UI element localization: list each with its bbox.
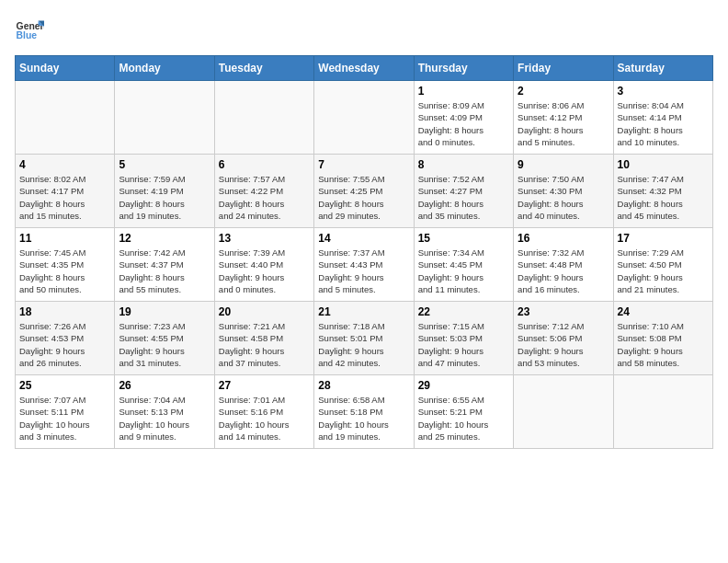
calendar-cell	[214, 81, 313, 155]
calendar-cell: 27Sunrise: 7:01 AM Sunset: 5:16 PM Dayli…	[214, 375, 313, 449]
calendar-cell: 18Sunrise: 7:26 AM Sunset: 4:53 PM Dayli…	[16, 302, 115, 375]
calendar-cell: 28Sunrise: 6:58 AM Sunset: 5:18 PM Dayli…	[314, 375, 414, 449]
day-number: 8	[418, 158, 509, 171]
calendar-week-row: 18Sunrise: 7:26 AM Sunset: 4:53 PM Dayli…	[16, 302, 713, 375]
day-info: Sunrise: 7:45 AM Sunset: 4:35 PM Dayligh…	[19, 247, 110, 295]
calendar-table: SundayMondayTuesdayWednesdayThursdayFrid…	[15, 55, 713, 449]
day-number: 27	[219, 379, 310, 392]
calendar-cell: 22Sunrise: 7:15 AM Sunset: 5:03 PM Dayli…	[414, 302, 513, 375]
calendar-cell: 1Sunrise: 8:09 AM Sunset: 4:09 PM Daylig…	[414, 81, 513, 155]
calendar-cell: 7Sunrise: 7:55 AM Sunset: 4:25 PM Daylig…	[314, 155, 414, 228]
weekday-header-tuesday: Tuesday	[214, 56, 313, 81]
day-info: Sunrise: 7:07 AM Sunset: 5:11 PM Dayligh…	[19, 394, 110, 442]
day-info: Sunrise: 7:37 AM Sunset: 4:43 PM Dayligh…	[318, 247, 409, 295]
svg-text:Blue: Blue	[17, 30, 38, 40]
calendar-week-row: 25Sunrise: 7:07 AM Sunset: 5:11 PM Dayli…	[16, 375, 713, 449]
day-info: Sunrise: 7:10 AM Sunset: 5:08 PM Dayligh…	[618, 320, 709, 369]
day-number: 9	[518, 158, 609, 171]
day-info: Sunrise: 8:04 AM Sunset: 4:14 PM Dayligh…	[618, 99, 709, 148]
day-number: 16	[518, 232, 609, 245]
calendar-cell: 17Sunrise: 7:29 AM Sunset: 4:50 PM Dayli…	[613, 228, 712, 302]
day-number: 24	[618, 305, 709, 318]
day-info: Sunrise: 7:39 AM Sunset: 4:40 PM Dayligh…	[219, 247, 310, 295]
day-info: Sunrise: 7:59 AM Sunset: 4:19 PM Dayligh…	[119, 173, 210, 222]
day-number: 23	[518, 305, 609, 318]
day-info: Sunrise: 8:06 AM Sunset: 4:12 PM Dayligh…	[518, 99, 609, 148]
logo-icon: General Blue	[15, 15, 44, 44]
day-number: 29	[418, 379, 509, 392]
day-number: 4	[19, 158, 110, 171]
calendar-cell: 4Sunrise: 8:02 AM Sunset: 4:17 PM Daylig…	[16, 155, 115, 228]
calendar-cell: 6Sunrise: 7:57 AM Sunset: 4:22 PM Daylig…	[214, 155, 313, 228]
calendar-cell: 20Sunrise: 7:21 AM Sunset: 4:58 PM Dayli…	[214, 302, 313, 375]
day-info: Sunrise: 8:02 AM Sunset: 4:17 PM Dayligh…	[19, 173, 110, 222]
weekday-header-thursday: Thursday	[414, 56, 513, 81]
weekday-header-saturday: Saturday	[613, 56, 712, 81]
calendar-cell: 19Sunrise: 7:23 AM Sunset: 4:55 PM Dayli…	[115, 302, 214, 375]
day-number: 11	[19, 232, 110, 245]
day-number: 14	[318, 232, 409, 245]
day-info: Sunrise: 8:09 AM Sunset: 4:09 PM Dayligh…	[418, 99, 509, 148]
day-info: Sunrise: 7:15 AM Sunset: 5:03 PM Dayligh…	[418, 320, 509, 369]
page-header: General Blue	[15, 15, 713, 44]
day-info: Sunrise: 7:47 AM Sunset: 4:32 PM Dayligh…	[618, 173, 709, 222]
day-number: 15	[418, 232, 509, 245]
day-info: Sunrise: 6:58 AM Sunset: 5:18 PM Dayligh…	[318, 394, 409, 442]
calendar-cell: 21Sunrise: 7:18 AM Sunset: 5:01 PM Dayli…	[314, 302, 414, 375]
weekday-header-friday: Friday	[514, 56, 613, 81]
day-info: Sunrise: 7:01 AM Sunset: 5:16 PM Dayligh…	[219, 394, 310, 442]
calendar-cell: 3Sunrise: 8:04 AM Sunset: 4:14 PM Daylig…	[613, 81, 712, 155]
day-number: 10	[618, 158, 709, 171]
weekday-header-row: SundayMondayTuesdayWednesdayThursdayFrid…	[16, 56, 713, 81]
day-number: 19	[119, 305, 210, 318]
calendar-cell: 26Sunrise: 7:04 AM Sunset: 5:13 PM Dayli…	[115, 375, 214, 449]
day-number: 7	[318, 158, 409, 171]
day-number: 13	[219, 232, 310, 245]
day-number: 12	[119, 232, 210, 245]
calendar-cell: 29Sunrise: 6:55 AM Sunset: 5:21 PM Dayli…	[414, 375, 513, 449]
day-info: Sunrise: 7:50 AM Sunset: 4:30 PM Dayligh…	[518, 173, 609, 222]
calendar-cell	[613, 375, 712, 449]
day-info: Sunrise: 7:57 AM Sunset: 4:22 PM Dayligh…	[219, 173, 310, 222]
calendar-cell: 8Sunrise: 7:52 AM Sunset: 4:27 PM Daylig…	[414, 155, 513, 228]
calendar-cell	[514, 375, 613, 449]
day-info: Sunrise: 7:04 AM Sunset: 5:13 PM Dayligh…	[119, 394, 210, 442]
calendar-cell: 23Sunrise: 7:12 AM Sunset: 5:06 PM Dayli…	[514, 302, 613, 375]
day-info: Sunrise: 7:12 AM Sunset: 5:06 PM Dayligh…	[518, 320, 609, 369]
calendar-cell: 24Sunrise: 7:10 AM Sunset: 5:08 PM Dayli…	[613, 302, 712, 375]
calendar-cell: 10Sunrise: 7:47 AM Sunset: 4:32 PM Dayli…	[613, 155, 712, 228]
calendar-cell: 25Sunrise: 7:07 AM Sunset: 5:11 PM Dayli…	[16, 375, 115, 449]
calendar-cell: 12Sunrise: 7:42 AM Sunset: 4:37 PM Dayli…	[115, 228, 214, 302]
calendar-cell	[115, 81, 214, 155]
calendar-cell: 15Sunrise: 7:34 AM Sunset: 4:45 PM Dayli…	[414, 228, 513, 302]
day-number: 20	[219, 305, 310, 318]
calendar-cell: 16Sunrise: 7:32 AM Sunset: 4:48 PM Dayli…	[514, 228, 613, 302]
day-number: 5	[119, 158, 210, 171]
calendar-week-row: 4Sunrise: 8:02 AM Sunset: 4:17 PM Daylig…	[16, 155, 713, 228]
day-info: Sunrise: 7:52 AM Sunset: 4:27 PM Dayligh…	[418, 173, 509, 222]
weekday-header-wednesday: Wednesday	[314, 56, 414, 81]
day-info: Sunrise: 7:26 AM Sunset: 4:53 PM Dayligh…	[19, 320, 110, 369]
day-number: 28	[318, 379, 409, 392]
day-number: 17	[618, 232, 709, 245]
calendar-cell: 5Sunrise: 7:59 AM Sunset: 4:19 PM Daylig…	[115, 155, 214, 228]
day-number: 26	[119, 379, 210, 392]
calendar-cell: 14Sunrise: 7:37 AM Sunset: 4:43 PM Dayli…	[314, 228, 414, 302]
day-info: Sunrise: 7:55 AM Sunset: 4:25 PM Dayligh…	[318, 173, 409, 222]
weekday-header-sunday: Sunday	[16, 56, 115, 81]
calendar-cell: 2Sunrise: 8:06 AM Sunset: 4:12 PM Daylig…	[514, 81, 613, 155]
day-info: Sunrise: 7:32 AM Sunset: 4:48 PM Dayligh…	[518, 247, 609, 295]
day-info: Sunrise: 7:21 AM Sunset: 4:58 PM Dayligh…	[219, 320, 310, 369]
day-number: 1	[418, 85, 509, 98]
calendar-cell	[314, 81, 414, 155]
calendar-cell: 11Sunrise: 7:45 AM Sunset: 4:35 PM Dayli…	[16, 228, 115, 302]
day-info: Sunrise: 7:23 AM Sunset: 4:55 PM Dayligh…	[119, 320, 210, 369]
day-number: 6	[219, 158, 310, 171]
calendar-week-row: 1Sunrise: 8:09 AM Sunset: 4:09 PM Daylig…	[16, 81, 713, 155]
calendar-cell	[16, 81, 115, 155]
calendar-cell: 13Sunrise: 7:39 AM Sunset: 4:40 PM Dayli…	[214, 228, 313, 302]
day-number: 2	[518, 85, 609, 98]
day-info: Sunrise: 7:34 AM Sunset: 4:45 PM Dayligh…	[418, 247, 509, 295]
day-info: Sunrise: 7:29 AM Sunset: 4:50 PM Dayligh…	[618, 247, 709, 295]
day-number: 22	[418, 305, 509, 318]
